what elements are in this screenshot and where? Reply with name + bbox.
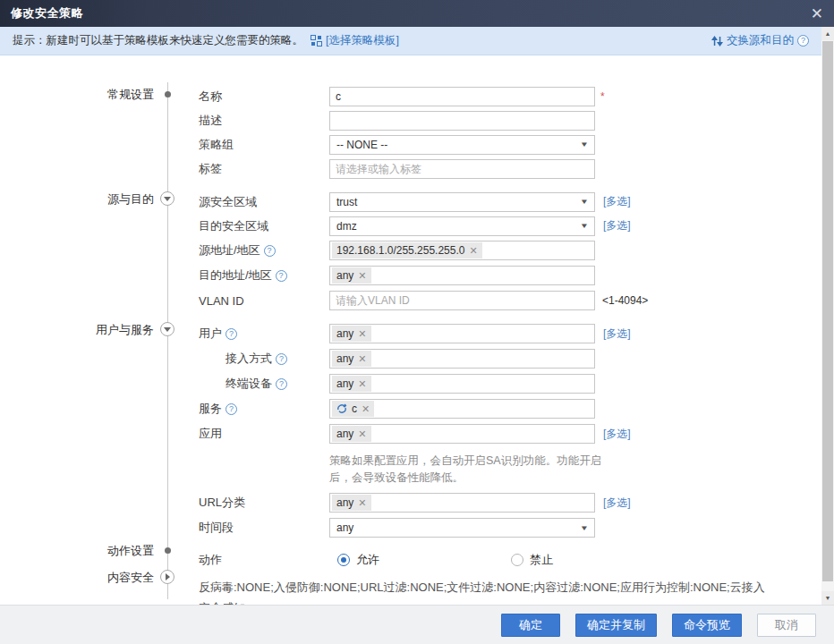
remove-tag-icon[interactable]: ✕	[358, 378, 366, 390]
service-label-text: 服务	[199, 401, 222, 417]
app-multi-link[interactable]: [多选]	[603, 427, 631, 442]
app-row: 应用 any ✕ [多选]	[199, 421, 816, 446]
remove-tag-icon[interactable]: ✕	[469, 245, 477, 257]
scroll-down-icon[interactable]: ▼	[821, 591, 834, 605]
src-addr-help-icon[interactable]: ?	[264, 245, 276, 257]
radio-unselected-icon[interactable]	[511, 554, 523, 566]
user-help-icon[interactable]: ?	[226, 328, 237, 340]
dialog-title: 修改安全策略	[11, 5, 83, 21]
dropdown-arrow-icon: ▼	[580, 222, 589, 230]
section-general: 常规设置	[18, 87, 154, 103]
section-action-marker	[165, 547, 171, 554]
service-tag-text: c	[352, 402, 357, 415]
access-mode-label-text: 接入方式	[226, 351, 272, 367]
template-icon	[311, 35, 322, 47]
tags-input[interactable]	[329, 159, 595, 179]
src-addr-tag-text: 192.168.1.0/255.255.255.0	[336, 244, 464, 257]
terminal-label-text: 终端设备	[226, 376, 272, 392]
ok-and-copy-button[interactable]: 确定并复制	[575, 614, 657, 637]
section-user-service: 用户与服务	[18, 322, 154, 338]
src-zone-multi-link[interactable]: [多选]	[603, 194, 631, 209]
tags-label: 标签	[199, 161, 329, 177]
content-security-summary: 反病毒:NONE;入侵防御:NONE;URL过滤:NONE;文件过滤:NONE;…	[199, 577, 771, 605]
section-general-marker	[165, 91, 171, 97]
user-tagbox[interactable]: any ✕	[329, 324, 595, 343]
action-row: 动作 允许 禁止	[199, 547, 816, 572]
service-help-icon[interactable]: ?	[226, 403, 237, 415]
src-addr-tag: 192.168.1.0/255.255.255.0 ✕	[332, 242, 482, 258]
time-range-label: 时间段	[199, 520, 329, 536]
url-category-row: URL分类 any ✕ [多选]	[199, 490, 816, 515]
remove-tag-icon[interactable]: ✕	[358, 328, 366, 340]
swap-src-dst-control[interactable]: 交换源和目的 ?	[711, 33, 809, 48]
terminal-row: 终端设备 ? any ✕	[199, 371, 816, 396]
service-tagbox[interactable]: c ✕	[329, 399, 595, 419]
service-object-icon	[336, 403, 347, 414]
swap-help-icon[interactable]: ?	[797, 35, 809, 47]
user-row: 用户 ? any ✕ [多选]	[199, 321, 816, 346]
scroll-up-icon[interactable]: ▲	[821, 27, 834, 40]
policy-group-row: 策略组 -- NONE -- ▼	[199, 132, 816, 157]
time-range-select[interactable]: any ▼	[329, 518, 595, 538]
radio-selected-icon[interactable]	[337, 554, 350, 566]
ok-button[interactable]: 确定	[501, 614, 560, 637]
dialog-titlebar: 修改安全策略 ✕	[0, 0, 834, 27]
terminal-tag-text: any	[336, 377, 353, 390]
section-content-security-expand-icon[interactable]	[160, 570, 174, 584]
name-row: 名称 *	[199, 84, 816, 108]
time-range-row: 时间段 any ▼	[199, 515, 816, 540]
url-category-label: URL分类	[199, 495, 329, 511]
src-addr-label-text: 源地址/地区	[199, 242, 260, 258]
user-tag: any ✕	[332, 326, 371, 342]
app-note: 策略如果配置应用，会自动开启SA识别功能。功能开启 后，会导致设备性能降低。	[329, 453, 626, 487]
remove-tag-icon[interactable]: ✕	[358, 353, 366, 365]
action-allow-option[interactable]: 允许	[337, 552, 511, 568]
dst-zone-multi-link[interactable]: [多选]	[603, 218, 631, 233]
close-icon[interactable]: ✕	[811, 6, 823, 21]
src-zone-value: trust	[336, 196, 357, 208]
section-source-dest-collapse-icon[interactable]	[160, 191, 174, 206]
choose-template-link[interactable]: [选择策略模板]	[326, 33, 399, 48]
remove-tag-icon[interactable]: ✕	[358, 497, 366, 509]
terminal-help-icon[interactable]: ?	[276, 378, 287, 390]
access-mode-help-icon[interactable]: ?	[276, 353, 287, 365]
vlan-input[interactable]	[329, 291, 595, 310]
vertical-scrollbar[interactable]: ▲ ▼	[821, 27, 834, 605]
dst-addr-tagbox[interactable]: any ✕	[329, 266, 595, 285]
src-zone-select[interactable]: trust ▼	[329, 192, 595, 212]
description-input[interactable]	[329, 111, 595, 131]
app-tagbox[interactable]: any ✕	[329, 424, 595, 444]
user-multi-link[interactable]: [多选]	[603, 326, 631, 342]
action-allow-label: 允许	[356, 552, 379, 568]
app-note-line2: 后，会导致设备性能降低。	[329, 470, 626, 487]
dst-zone-select[interactable]: dmz ▼	[329, 216, 595, 236]
cancel-button[interactable]: 取消	[757, 614, 816, 637]
dst-zone-value: dmz	[336, 220, 357, 233]
service-row: 服务 ? c ✕	[199, 396, 816, 421]
url-category-multi-link[interactable]: [多选]	[603, 496, 631, 511]
access-mode-tagbox[interactable]: any ✕	[329, 349, 595, 369]
remove-tag-icon[interactable]: ✕	[358, 270, 366, 282]
time-range-value: any	[336, 521, 353, 534]
user-label-text: 用户	[199, 326, 222, 342]
scrollbar-thumb[interactable]	[822, 41, 833, 581]
remove-tag-icon[interactable]: ✕	[362, 403, 370, 415]
src-addr-label: 源地址/地区 ?	[199, 242, 329, 258]
command-preview-button[interactable]: 命令预览	[672, 614, 742, 637]
remove-tag-icon[interactable]: ✕	[358, 428, 366, 440]
description-label: 描述	[199, 113, 329, 129]
dst-zone-label: 目的安全区域	[199, 218, 329, 234]
name-input[interactable]	[329, 87, 595, 106]
dst-addr-help-icon[interactable]: ?	[276, 270, 287, 282]
url-category-tag: any ✕	[332, 495, 371, 511]
terminal-tagbox[interactable]: any ✕	[329, 374, 595, 394]
access-mode-tag-text: any	[336, 352, 353, 365]
app-tag-text: any	[336, 428, 353, 440]
src-addr-tagbox[interactable]: 192.168.1.0/255.255.255.0 ✕	[329, 241, 595, 260]
dst-zone-row: 目的安全区域 dmz ▼ [多选]	[199, 214, 816, 238]
hint-text: 提示：新建时可以基于策略模板来快速定义您需要的策略。	[13, 33, 303, 48]
action-deny-option[interactable]: 禁止	[511, 552, 553, 568]
section-user-service-collapse-icon[interactable]	[160, 322, 174, 336]
url-category-tagbox[interactable]: any ✕	[329, 493, 595, 513]
policy-group-select[interactable]: -- NONE -- ▼	[329, 135, 595, 155]
